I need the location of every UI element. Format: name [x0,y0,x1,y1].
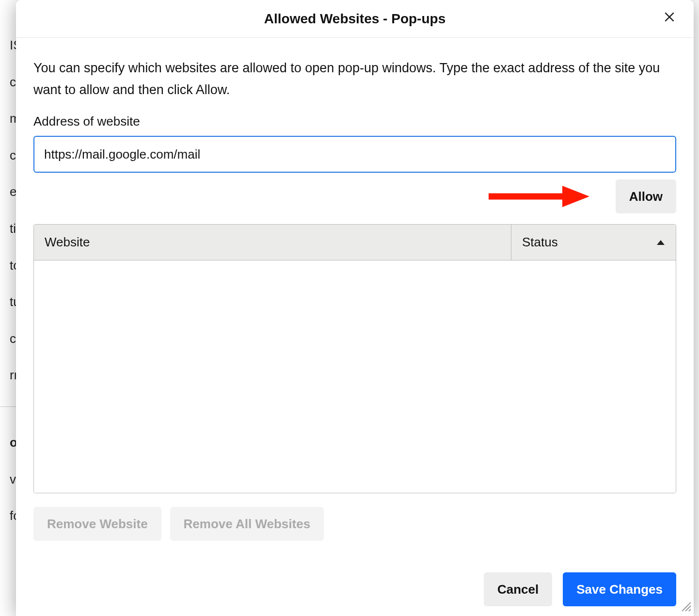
table-header: Website Status [34,225,676,260]
modal-title: Allowed Websites - Pop-ups [264,11,445,27]
remove-buttons-row: Remove Website Remove All Websites [33,507,676,541]
save-changes-button[interactable]: Save Changes [563,572,676,606]
footer-buttons: Cancel Save Changes [33,572,676,606]
close-button[interactable] [661,9,678,26]
remove-all-websites-button[interactable]: Remove All Websites [170,507,324,541]
column-header-website[interactable]: Website [34,225,511,260]
cancel-button[interactable]: Cancel [484,572,552,606]
resize-grip[interactable] [678,599,692,614]
svg-line-7 [689,609,691,611]
close-icon [663,11,676,25]
sort-ascending-icon [656,239,665,246]
svg-marker-3 [562,186,589,207]
arrow-annotation [485,183,596,210]
modal-header: Allowed Websites - Pop-ups [16,0,694,38]
column-header-status[interactable]: Status [511,225,676,260]
address-input[interactable] [33,136,676,173]
address-label: Address of website [33,114,676,129]
modal-description: You can specify which websites are allow… [33,57,676,100]
table-body-empty [34,260,676,493]
column-header-status-label: Status [522,235,558,250]
allow-button[interactable]: Allow [616,179,676,213]
remove-website-button[interactable]: Remove Website [33,507,161,541]
websites-table: Website Status [33,224,676,493]
allowed-websites-modal: Allowed Websites - Pop-ups You can speci… [16,0,694,616]
svg-marker-4 [657,240,665,245]
modal-body: You can specify which websites are allow… [16,38,694,616]
allow-row: Allow [33,179,676,213]
